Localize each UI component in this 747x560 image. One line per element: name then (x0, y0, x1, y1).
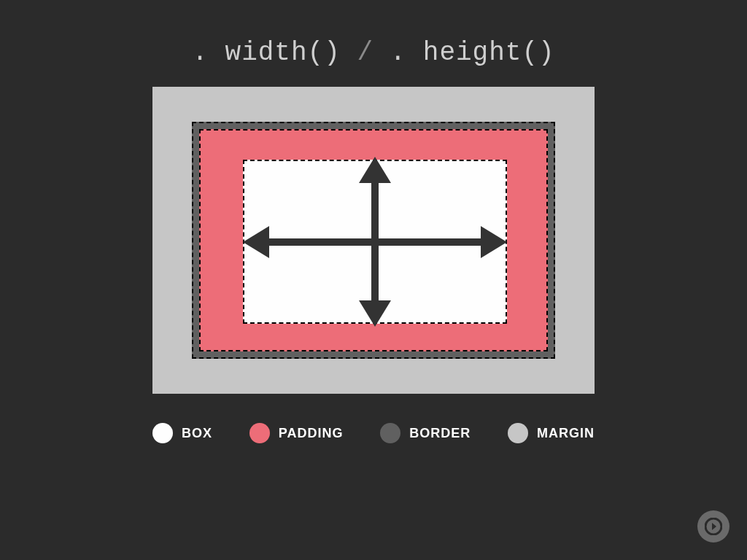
legend-item-box: BOX (152, 423, 212, 443)
swatch-padding (249, 423, 270, 443)
legend-item-border: BORDER (380, 423, 471, 443)
page-title: . width() / . height() (0, 38, 747, 68)
height-arrow-shaft (371, 171, 379, 312)
legend-label: BOX (182, 426, 212, 441)
title-separator: / (341, 38, 390, 68)
swatch-margin (508, 423, 528, 443)
content-box-layer (243, 160, 507, 324)
legend-label: PADDING (279, 426, 344, 441)
arrow-right-icon (481, 226, 507, 258)
legend-item-padding: PADDING (249, 423, 344, 443)
legend-item-margin: MARGIN (508, 423, 595, 443)
legend-label: MARGIN (537, 426, 595, 441)
legend: BOX PADDING BORDER MARGIN (152, 423, 595, 443)
title-height: . height() (390, 38, 555, 68)
border-layer (192, 122, 555, 359)
title-width: . width() (192, 38, 340, 68)
swatch-box (152, 423, 173, 443)
arrow-up-icon (359, 157, 391, 183)
arrow-left-icon (243, 226, 269, 258)
margin-layer (152, 87, 595, 394)
padding-layer (199, 129, 548, 351)
arrow-right-circle-icon (705, 518, 722, 535)
swatch-border (380, 423, 400, 443)
arrow-down-icon (359, 300, 391, 327)
next-button[interactable] (697, 510, 729, 542)
box-model-diagram (152, 87, 595, 394)
legend-label: BORDER (409, 426, 471, 441)
